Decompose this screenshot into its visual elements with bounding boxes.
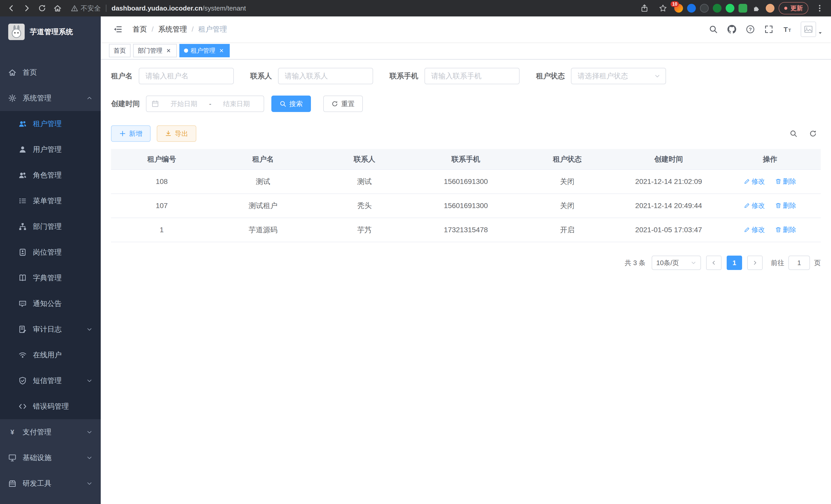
security-label: 不安全 (81, 4, 101, 13)
export-button[interactable]: 导出 (157, 125, 196, 142)
status-select[interactable]: 请选择租户状态 (571, 68, 666, 84)
table-row: 107 测试租户 秃头 15601691300 关闭 2021-12-14 20… (111, 194, 821, 218)
delete-link[interactable]: 删除 (775, 225, 796, 234)
user-menu[interactable] (801, 22, 823, 37)
sidebar-item-role[interactable]: 角色管理 (0, 162, 101, 188)
sidebar-item-label: 研发工具 (23, 479, 51, 488)
sidebar-item-menu[interactable]: 菜单管理 (0, 188, 101, 214)
profile-avatar[interactable] (766, 4, 774, 12)
sidebar-item-audit-log[interactable]: 审计日志 (0, 317, 101, 342)
address-bar[interactable]: 不安全 dashboard.yudao.iocoder.cn/system/te… (71, 4, 631, 13)
extension-icon-5[interactable] (726, 4, 735, 12)
extensions-puzzle-icon[interactable] (751, 1, 762, 16)
cell-created: 2021-12-14 21:02:09 (618, 170, 719, 194)
reset-button[interactable]: 重置 (323, 95, 363, 112)
github-link[interactable] (727, 24, 737, 34)
tab-dept[interactable]: 部门管理 (133, 44, 177, 57)
toggle-search-button[interactable] (789, 129, 798, 138)
sidebar-item-home[interactable]: 首页 (0, 60, 101, 85)
sidebar-item-error-code[interactable]: 错误码管理 (0, 393, 101, 419)
extension-icon-6[interactable] (739, 4, 747, 12)
header-search-button[interactable] (708, 24, 718, 34)
page-number-1[interactable]: 1 (727, 256, 742, 270)
goto-page-input[interactable] (789, 256, 810, 270)
cell-status: 关闭 (516, 194, 618, 218)
audit-log-icon (19, 325, 27, 333)
sidebar-item-payment[interactable]: 支付管理 (0, 419, 101, 445)
bookmark-star-button[interactable] (656, 1, 670, 16)
cell-tenant-id: 1 (111, 218, 212, 242)
phone-input-box (425, 68, 520, 84)
browser-home-button[interactable] (50, 1, 65, 16)
extension-icon-3[interactable] (700, 4, 709, 12)
font-size-button[interactable] (782, 24, 793, 34)
cell-created: 2021-12-14 20:49:44 (618, 194, 719, 218)
app-logo-row[interactable]: 芋道管理系统 (0, 17, 101, 47)
close-icon[interactable] (218, 47, 225, 54)
browser-update-button[interactable]: 更新 (779, 2, 808, 14)
sidebar-item-dict[interactable]: 字典管理 (0, 265, 101, 291)
sidebar-item-post[interactable]: 岗位管理 (0, 239, 101, 265)
extension-icon-1[interactable]: 10 (674, 4, 683, 12)
help-button[interactable] (745, 24, 755, 34)
page-unit-label: 页 (814, 259, 821, 267)
error-code-icon (19, 402, 27, 411)
sidebar-item-user[interactable]: 用户管理 (0, 137, 101, 162)
extension-icon-4[interactable] (713, 4, 721, 12)
sidebar-item-dept[interactable]: 部门管理 (0, 214, 101, 239)
close-icon[interactable] (165, 47, 172, 54)
contact-input[interactable] (285, 72, 366, 80)
sidebar-toggle-button[interactable] (109, 21, 126, 38)
share-button[interactable] (637, 1, 652, 16)
sidebar-item-dev-tools[interactable]: 研发工具 (0, 471, 101, 496)
sidebar-item-label: 岗位管理 (33, 247, 62, 257)
edit-link[interactable]: 修改 (744, 177, 765, 186)
add-button[interactable]: 新增 (111, 125, 150, 142)
active-tab-dot (184, 49, 188, 53)
address-divider (106, 5, 106, 12)
delete-link[interactable]: 删除 (775, 177, 796, 186)
sidebar-item-infra[interactable]: 基础设施 (0, 445, 101, 471)
cell-status: 关闭 (516, 170, 618, 194)
browser-menu-kebab-icon[interactable] (812, 1, 827, 16)
notice-chat-icon (19, 299, 27, 308)
search-icon (790, 130, 797, 138)
create-time-range-picker[interactable]: 开始日期 - 结束日期 (146, 95, 264, 112)
tab-home[interactable]: 首页 (109, 44, 131, 57)
trash-icon (775, 227, 781, 233)
sidebar-item-system[interactable]: 系统管理 (0, 85, 101, 111)
next-page-button[interactable] (747, 256, 763, 270)
yen-icon (8, 428, 17, 436)
fullscreen-button[interactable] (764, 24, 774, 34)
page-content: 租户名 联系人 联系手机 (101, 60, 831, 504)
tags-view: 首页 部门管理 租户管理 (101, 42, 831, 60)
breadcrumb-system[interactable]: 系统管理 (158, 24, 187, 34)
sidebar-item-tenant[interactable]: 租户管理 (0, 111, 101, 137)
sidebar-item-label: 部门管理 (33, 222, 62, 232)
sidebar-item-sms[interactable]: 短信管理 (0, 368, 101, 393)
edit-link[interactable]: 修改 (744, 201, 765, 210)
browser-forward-button[interactable] (20, 1, 34, 16)
page-size-select[interactable]: 10条/页 (652, 256, 701, 270)
phone-input[interactable] (431, 72, 513, 80)
sidebar-item-label: 首页 (23, 67, 37, 77)
pagination-total: 共 3 条 (625, 259, 646, 267)
contact-label: 联系人 (250, 71, 272, 81)
breadcrumb-home[interactable]: 首页 (133, 24, 147, 34)
phone-label: 联系手机 (390, 71, 418, 81)
refresh-table-button[interactable] (808, 129, 818, 138)
extension-icon-2[interactable] (687, 4, 696, 12)
search-button[interactable]: 搜索 (271, 95, 311, 112)
tab-label: 租户管理 (191, 47, 215, 55)
cell-contact: 秃头 (314, 194, 415, 218)
prev-page-button[interactable] (706, 256, 721, 270)
browser-back-button[interactable] (4, 1, 19, 16)
sidebar-item-notice[interactable]: 通知公告 (0, 291, 101, 317)
sidebar-item-online-user[interactable]: 在线用户 (0, 342, 101, 368)
tenant-name-input[interactable] (145, 72, 227, 80)
browser-reload-button[interactable] (35, 1, 49, 16)
edit-link[interactable]: 修改 (744, 225, 765, 234)
delete-link[interactable]: 删除 (775, 201, 796, 210)
tab-tenant[interactable]: 租户管理 (179, 44, 230, 57)
sidebar-item-label: 菜单管理 (33, 196, 62, 206)
